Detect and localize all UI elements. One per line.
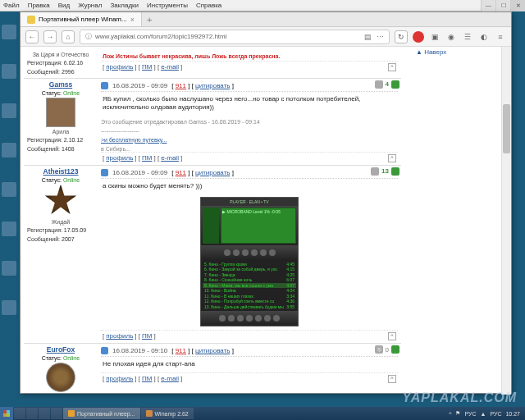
pm-link[interactable]: ПМ <box>142 63 152 71</box>
menu-tools[interactable]: Инструменты <box>147 2 188 9</box>
nav-top-link[interactable]: Наверх <box>416 48 508 56</box>
menu-journal[interactable]: Журнал <box>78 2 102 9</box>
pm-link[interactable]: ПМ <box>142 375 152 382</box>
avatar[interactable] <box>46 98 75 127</box>
status-label: Статус: <box>42 90 62 96</box>
post-icon[interactable] <box>101 169 108 176</box>
menu-help[interactable]: Справка <box>196 2 221 9</box>
desktop-icon[interactable] <box>2 103 16 118</box>
menu-view[interactable]: Вид <box>58 2 70 9</box>
desktop-icon[interactable] <box>2 64 16 79</box>
vote-up-icon[interactable] <box>391 167 399 176</box>
quote-link[interactable]: цитировать <box>195 82 230 89</box>
hamburger-icon[interactable]: ≡ <box>495 31 506 43</box>
desktop-icon[interactable] <box>2 261 16 276</box>
post-date: 16.08.2019 - 09:09 <box>112 82 167 89</box>
avatar[interactable] <box>46 363 75 392</box>
post-date: 16.08.2019 - 09:09 <box>112 169 167 176</box>
user-reg: Регистрация: 2.10.12 <box>27 137 94 144</box>
pm-link[interactable]: ПМ <box>142 154 152 162</box>
menu-edit[interactable]: Правка <box>28 2 50 9</box>
desktop-icon[interactable] <box>2 25 16 39</box>
extension-icon[interactable]: ☰ <box>462 31 473 43</box>
vote-down-icon[interactable] <box>371 167 379 176</box>
profile-link[interactable]: профиль <box>106 63 133 71</box>
reload-button[interactable]: ↻ <box>395 30 408 43</box>
info-icon[interactable]: ⓘ <box>85 32 92 41</box>
post-icon[interactable] <box>101 82 108 89</box>
quote-link[interactable]: цитировать <box>195 347 230 354</box>
user-msgs: Сообщений: 1408 <box>27 146 94 153</box>
vote-down-icon[interactable]: ⦸ <box>375 345 383 354</box>
home-button[interactable]: ⌂ <box>62 30 75 43</box>
window-close[interactable]: ✕ <box>510 0 525 11</box>
email-link[interactable]: e-mail <box>161 154 179 162</box>
desktop-icon[interactable] <box>2 221 16 236</box>
desktop-icon[interactable] <box>2 300 16 315</box>
profile-link[interactable]: профиль <box>106 154 133 162</box>
scroll-top-icon[interactable]: ^ <box>388 375 396 383</box>
start-button[interactable] <box>0 407 13 420</box>
profile-link[interactable]: профиль <box>106 332 133 340</box>
email-link[interactable]: e-mail <box>161 375 179 382</box>
scrollbar-thumb[interactable] <box>503 104 510 153</box>
extension-icon[interactable]: ◉ <box>445 31 457 43</box>
tray-lang[interactable]: РУС <box>464 411 476 417</box>
report-link[interactable]: 911 <box>176 82 186 89</box>
post-body: Не плохая идея для старт-апа <box>101 357 398 372</box>
taskbar: Портативный плеер... Winamp 2.62 ^ ⚑ РУС… <box>0 407 525 420</box>
new-tab-button[interactable]: + <box>142 15 157 25</box>
tray-icon[interactable]: ▲ <box>481 411 486 417</box>
post-icon[interactable] <box>101 347 108 354</box>
username-link[interactable]: EuroFox <box>27 345 94 354</box>
extension-icon[interactable]: ▣ <box>429 31 441 43</box>
user-reg: Регистрация: 6.02.16 <box>27 60 94 66</box>
vote-down-icon[interactable] <box>375 80 383 89</box>
username-link[interactable]: Atheist123 <box>27 167 94 176</box>
quote-link[interactable]: цитировать <box>195 169 230 176</box>
menu-bookmarks[interactable]: Закладки <box>110 2 139 9</box>
reader-icon[interactable]: ▤ <box>364 33 372 41</box>
tray-chevron-icon[interactable]: ^ <box>449 411 451 417</box>
desktop-icon[interactable] <box>2 182 16 197</box>
url-input[interactable] <box>95 33 361 40</box>
vote-up-icon[interactable] <box>391 80 399 89</box>
player-display: ▶ MICROBAND Level 1% -0:05 <box>221 208 296 244</box>
scrollbar[interactable] <box>501 47 511 395</box>
extension-icon[interactable]: ◐ <box>478 31 490 43</box>
pm-link[interactable]: ПМ <box>142 332 152 340</box>
username-link[interactable]: Gamss <box>27 80 94 89</box>
scroll-top-icon[interactable]: ^ <box>388 154 396 162</box>
browser-tab[interactable]: Портативный плеер Winam... × <box>21 12 142 26</box>
avatar[interactable] <box>44 185 77 217</box>
sig-link[interactable]: >и бесплатную путевку... <box>101 137 167 143</box>
desktop-icon[interactable] <box>2 143 16 158</box>
scroll-top-icon[interactable]: ^ <box>388 63 396 71</box>
tray-lang[interactable]: РУС <box>490 411 501 417</box>
vote-up-icon[interactable] <box>391 345 399 354</box>
back-button[interactable]: ← <box>25 30 39 43</box>
tray-clock[interactable]: 10:27 <box>505 411 520 417</box>
window-minimize[interactable]: — <box>481 0 495 11</box>
player-viz <box>203 208 219 244</box>
email-link[interactable]: e-mail <box>161 63 179 71</box>
tab-close-icon[interactable]: × <box>130 16 135 24</box>
address-bar[interactable]: ⓘ ▤ ⋯ <box>80 30 390 44</box>
taskbar-item[interactable]: Winamp 2.62 <box>141 408 194 419</box>
explorer-icon[interactable] <box>26 408 38 419</box>
report-link[interactable]: 911 <box>176 169 186 176</box>
report-link[interactable]: 911 <box>176 347 186 354</box>
app-icon[interactable] <box>39 408 50 419</box>
menu-file[interactable]: Файл <box>3 2 20 9</box>
forward-button[interactable]: → <box>43 30 57 43</box>
profile-link[interactable]: профиль <box>106 375 133 382</box>
more-icon[interactable]: ⋯ <box>377 33 384 41</box>
taskbar-item[interactable]: Портативный плеер... <box>63 408 140 419</box>
window-maximize[interactable]: ☐ <box>495 0 510 11</box>
scroll-top-icon[interactable]: ^ <box>388 332 396 340</box>
firefox-icon[interactable] <box>51 408 62 419</box>
tray-icon[interactable]: ⚑ <box>455 410 460 417</box>
taskview-button[interactable] <box>14 408 25 419</box>
player-playlist: 5. Кино - Группа крови4:456. Кино - Закр… <box>201 260 298 312</box>
extension-icon[interactable] <box>413 31 424 43</box>
